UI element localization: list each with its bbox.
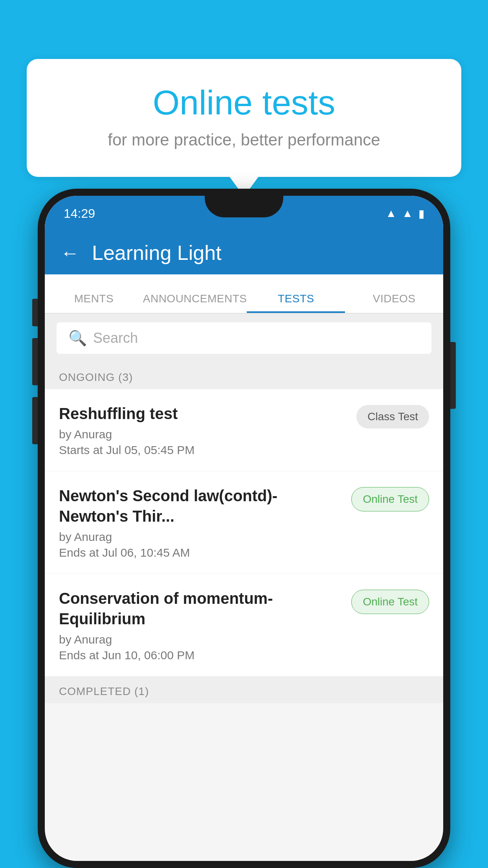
phone-body: 14:29 ▲ ▲ ▮ ← Learning Light MENTS A	[38, 189, 450, 868]
test-badge-1: Class Test	[356, 405, 429, 428]
tabs-bar: MENTS ANNOUNCEMENTS TESTS VIDEOS	[45, 274, 443, 314]
search-icon: 🔍	[68, 329, 87, 347]
search-bar[interactable]: 🔍 Search	[57, 322, 431, 354]
test-name-1: Reshuffling test	[59, 403, 349, 424]
test-author-2: by Anurag	[59, 530, 343, 544]
signal-icon: ▲	[402, 207, 413, 220]
volume-up-button[interactable]	[32, 338, 38, 385]
test-info-3: Conservation of momentum-Equilibrium by …	[59, 588, 351, 662]
test-author-3: by Anurag	[59, 633, 343, 646]
phone-device: 14:29 ▲ ▲ ▮ ← Learning Light MENTS A	[38, 189, 450, 868]
status-icons: ▲ ▲ ▮	[386, 207, 424, 220]
bubble-title: Online tests	[58, 83, 430, 123]
test-name-3: Conservation of momentum-Equilibrium	[59, 588, 343, 629]
test-item-3[interactable]: Conservation of momentum-Equilibrium by …	[45, 574, 443, 677]
search-input[interactable]: Search	[93, 330, 138, 346]
wifi-icon: ▲	[386, 207, 397, 220]
ongoing-label: ONGOING (3)	[59, 371, 133, 383]
tab-videos[interactable]: VIDEOS	[345, 292, 443, 313]
test-author-1: by Anurag	[59, 428, 349, 441]
test-list: Reshuffling test by Anurag Starts at Jul…	[45, 389, 443, 677]
test-badge-3: Online Test	[351, 590, 429, 614]
volume-silent-button[interactable]	[32, 299, 38, 326]
test-time-2: Ends at Jul 06, 10:45 AM	[59, 546, 343, 559]
battery-icon: ▮	[418, 207, 424, 220]
app-title: Learning Light	[92, 241, 222, 265]
volume-down-button[interactable]	[32, 397, 38, 444]
search-container: 🔍 Search	[45, 314, 443, 362]
test-item-2[interactable]: Newton's Second law(contd)-Newton's Thir…	[45, 471, 443, 574]
ongoing-section-header: ONGOING (3)	[45, 362, 443, 389]
tab-tests[interactable]: TESTS	[247, 292, 345, 313]
power-button[interactable]	[450, 342, 456, 409]
status-time: 14:29	[64, 206, 95, 221]
status-bar: 14:29 ▲ ▲ ▮	[45, 196, 443, 231]
test-badge-2: Online Test	[351, 487, 429, 511]
phone-screen: 14:29 ▲ ▲ ▮ ← Learning Light MENTS A	[45, 196, 443, 861]
app-header: ← Learning Light	[45, 231, 443, 274]
notch	[205, 196, 283, 217]
speech-bubble: Online tests for more practice, better p…	[27, 59, 461, 177]
test-time-3: Ends at Jun 10, 06:00 PM	[59, 649, 343, 662]
test-item-1[interactable]: Reshuffling test by Anurag Starts at Jul…	[45, 389, 443, 471]
test-name-2: Newton's Second law(contd)-Newton's Thir…	[59, 485, 343, 526]
bubble-subtitle: for more practice, better performance	[58, 131, 430, 149]
tab-ments[interactable]: MENTS	[45, 292, 143, 313]
back-button[interactable]: ←	[61, 242, 79, 264]
test-info-2: Newton's Second law(contd)-Newton's Thir…	[59, 485, 351, 559]
tab-announcements[interactable]: ANNOUNCEMENTS	[143, 292, 247, 313]
test-time-1: Starts at Jul 05, 05:45 PM	[59, 443, 349, 457]
completed-label: COMPLETED (1)	[59, 685, 149, 697]
completed-section-header: COMPLETED (1)	[45, 677, 443, 703]
test-info-1: Reshuffling test by Anurag Starts at Jul…	[59, 403, 356, 457]
